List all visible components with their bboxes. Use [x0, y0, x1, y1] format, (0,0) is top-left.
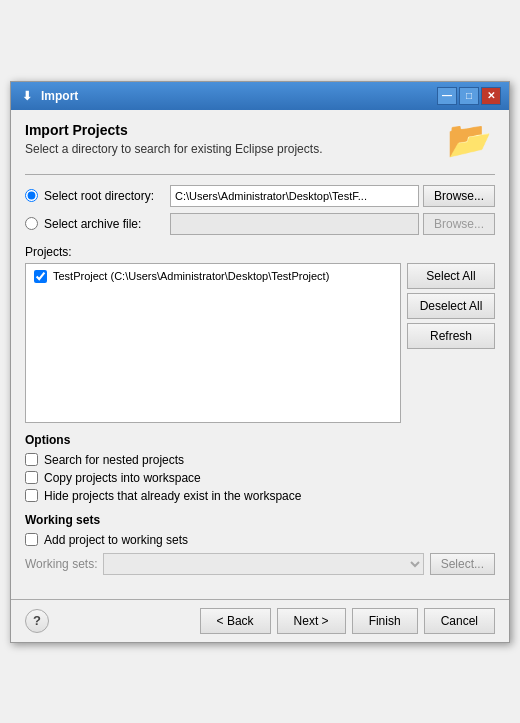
titlebar: ⬇ Import — □ ✕ — [11, 82, 509, 110]
folder-icon: 📂 — [447, 122, 495, 162]
options-title: Options — [25, 433, 495, 447]
add-to-working-sets-row[interactable]: Add project to working sets — [25, 533, 495, 547]
nested-projects-label: Search for nested projects — [44, 453, 184, 467]
add-working-sets-label: Add project to working sets — [44, 533, 188, 547]
working-sets-title: Working sets — [25, 513, 495, 527]
projects-buttons: Select All Deselect All Refresh — [407, 263, 495, 423]
working-sets-row: Working sets: Select... — [25, 553, 495, 575]
hide-projects-label: Hide projects that already exist in the … — [44, 489, 301, 503]
finish-button[interactable]: Finish — [352, 608, 418, 634]
archive-file-row: Select archive file: Browse... — [25, 213, 495, 235]
root-directory-label[interactable]: Select root directory: — [25, 189, 170, 203]
working-sets-dropdown — [103, 553, 423, 575]
refresh-button[interactable]: Refresh — [407, 323, 495, 349]
maximize-button[interactable]: □ — [459, 87, 479, 105]
archive-file-radio[interactable] — [25, 217, 38, 230]
close-button[interactable]: ✕ — [481, 87, 501, 105]
back-button[interactable]: < Back — [200, 608, 271, 634]
option-hide-projects[interactable]: Hide projects that already exist in the … — [25, 489, 495, 503]
root-directory-radio[interactable] — [25, 189, 38, 202]
working-sets-section: Working sets Add project to working sets… — [25, 513, 495, 575]
option-copy-projects[interactable]: Copy projects into workspace — [25, 471, 495, 485]
header-section: Import Projects Select a directory to se… — [25, 122, 495, 162]
window-icon: ⬇ — [19, 88, 35, 104]
copy-projects-label: Copy projects into workspace — [44, 471, 201, 485]
window-title: Import — [41, 89, 437, 103]
next-button[interactable]: Next > — [277, 608, 346, 634]
working-sets-field-label: Working sets: — [25, 557, 97, 571]
archive-browse-button: Browse... — [423, 213, 495, 235]
root-directory-input[interactable] — [170, 185, 419, 207]
deselect-all-button[interactable]: Deselect All — [407, 293, 495, 319]
options-section: Options Search for nested projects Copy … — [25, 433, 495, 503]
projects-section-label: Projects: — [25, 245, 495, 259]
option-nested-projects[interactable]: Search for nested projects — [25, 453, 495, 467]
root-browse-button[interactable]: Browse... — [423, 185, 495, 207]
help-button[interactable]: ? — [25, 609, 49, 633]
select-all-button[interactable]: Select All — [407, 263, 495, 289]
import-dialog: ⬇ Import — □ ✕ Import Projects Select a … — [10, 81, 510, 643]
nested-projects-checkbox[interactable] — [25, 453, 38, 466]
window-controls: — □ ✕ — [437, 87, 501, 105]
dialog-content: Import Projects Select a directory to se… — [11, 110, 509, 599]
bottom-bar: ? < Back Next > Finish Cancel — [11, 599, 509, 642]
dialog-title: Import Projects — [25, 122, 437, 138]
header-text: Import Projects Select a directory to se… — [25, 122, 437, 156]
hide-projects-checkbox[interactable] — [25, 489, 38, 502]
archive-file-input — [170, 213, 419, 235]
projects-container: TestProject (C:\Users\Administrator\Desk… — [25, 263, 495, 423]
archive-file-label[interactable]: Select archive file: — [25, 217, 170, 231]
copy-projects-checkbox[interactable] — [25, 471, 38, 484]
project-item[interactable]: TestProject (C:\Users\Administrator\Desk… — [30, 268, 396, 285]
projects-list[interactable]: TestProject (C:\Users\Administrator\Desk… — [25, 263, 401, 423]
minimize-button[interactable]: — — [437, 87, 457, 105]
project-checkbox[interactable] — [34, 270, 47, 283]
working-sets-select-button: Select... — [430, 553, 495, 575]
project-label: TestProject (C:\Users\Administrator\Desk… — [53, 270, 329, 282]
add-working-sets-checkbox[interactable] — [25, 533, 38, 546]
cancel-button[interactable]: Cancel — [424, 608, 495, 634]
root-directory-row: Select root directory: Browse... — [25, 185, 495, 207]
header-divider — [25, 174, 495, 175]
dialog-description: Select a directory to search for existin… — [25, 142, 437, 156]
